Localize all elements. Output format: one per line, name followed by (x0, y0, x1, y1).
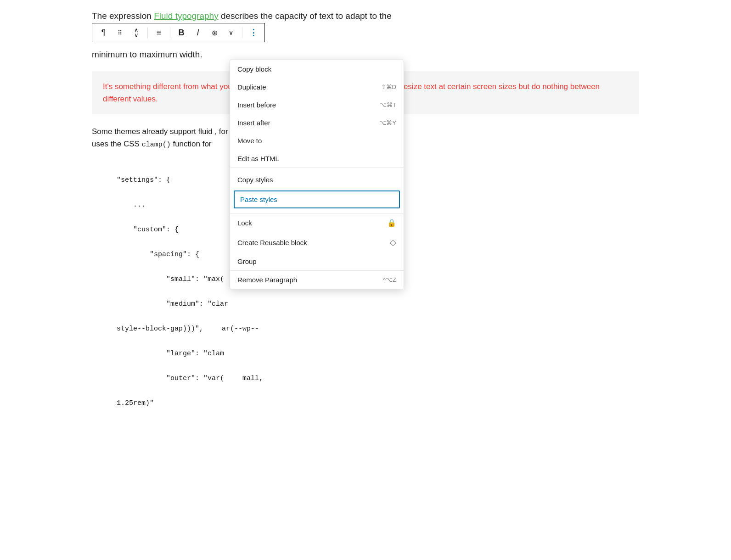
toolbar-separator-3 (242, 27, 242, 38)
remove-paragraph-item[interactable]: Remove Paragraph ^⌥Z (230, 271, 404, 289)
copy-styles-item[interactable]: Copy styles (230, 171, 404, 189)
edit-as-html-label: Edit as HTML (237, 155, 279, 162)
paragraph-button[interactable]: ¶ (96, 25, 111, 40)
code-right-1: ar(--wp-- (222, 325, 259, 333)
intro-text-after-link: describes the capacity of text to adapt … (219, 11, 392, 21)
move-to-item[interactable]: Move to (230, 132, 404, 150)
paste-styles-item[interactable]: Paste styles (234, 190, 400, 208)
align-button[interactable]: ≡ (152, 25, 166, 40)
code-line-6: "medium": "clar (117, 300, 228, 308)
menu-section-4: Remove Paragraph ^⌥Z (230, 271, 404, 289)
italic-button[interactable]: I (191, 25, 205, 40)
remove-paragraph-shortcut: ^⌥Z (383, 276, 396, 283)
drag-icon: ⠿ (118, 29, 122, 36)
insert-after-label: Insert after (237, 119, 270, 127)
insert-before-label: Insert before (237, 101, 276, 109)
code-line-10: 1.25rem)" (117, 399, 154, 407)
code-line-1: "settings": { (117, 176, 170, 184)
normal-paragraph-text: Some themes already support fluid (92, 127, 214, 136)
align-icon: ≡ (157, 28, 162, 38)
context-menu: Copy block Duplicate ⇧⌘D Insert before ⌥… (230, 60, 404, 289)
code-line-3: "custom": { (117, 226, 179, 234)
drag-handle-button[interactable]: ⠿ (112, 25, 127, 40)
intro-text-before-link: The expression (92, 11, 154, 21)
lock-label: Lock (237, 219, 252, 227)
move-arrows-button[interactable]: ∧∨ (129, 25, 144, 40)
code-line-9: "outer": "var( (117, 375, 224, 382)
insert-before-shortcut: ⌥⌘T (380, 101, 396, 108)
lock-item[interactable]: Lock 🔒 (230, 213, 404, 232)
link-button[interactable]: ⊕ (207, 25, 222, 40)
duplicate-shortcut: ⇧⌘D (381, 84, 396, 90)
remove-paragraph-label: Remove Paragraph (237, 276, 297, 284)
block-toolbar: ¶ ⠿ ∧∨ ≡ B I ⊕ ∨ ⋮ (92, 23, 265, 42)
more-icon: ⋮ (249, 28, 258, 38)
group-label: Group (237, 258, 257, 265)
code-right-2: mall, (242, 375, 263, 382)
code-line-4: "spacing": { (117, 251, 199, 258)
insert-after-shortcut: ⌥⌘Y (379, 119, 396, 126)
move-to-label: Move to (237, 137, 262, 145)
create-reusable-label: Create Reusable block (237, 239, 307, 246)
reusable-icon: ◇ (390, 237, 396, 247)
copy-block-label: Copy block (237, 65, 271, 73)
menu-section-1: Copy block Duplicate ⇧⌘D Insert before ⌥… (230, 60, 404, 168)
edit-as-html-item[interactable]: Edit as HTML (230, 150, 404, 168)
create-reusable-item[interactable]: Create Reusable block ◇ (230, 232, 404, 252)
normal-para-line2: uses the CSS clamp() function for (92, 140, 212, 148)
code-line-2: ... (117, 201, 146, 209)
arrows-icon: ∧∨ (134, 28, 139, 38)
code-line-7: style--block-gap)))", (117, 325, 203, 333)
toolbar-separator-2 (170, 27, 170, 38)
dropdown-button[interactable]: ∨ (224, 25, 238, 40)
bold-button[interactable]: B (174, 25, 189, 40)
copy-styles-label: Copy styles (237, 176, 273, 184)
code-inline: clamp() (142, 141, 171, 149)
duplicate-item[interactable]: Duplicate ⇧⌘D (230, 78, 404, 96)
paste-styles-label: Paste styles (240, 196, 277, 203)
menu-section-2: Copy styles Paste styles (230, 168, 404, 213)
code-line-8: "large": "clam (117, 350, 224, 358)
code-line-5: "small": "max( (117, 275, 224, 283)
page-wrapper: The expression Fluid typography describe… (0, 0, 731, 422)
duplicate-label: Duplicate (237, 83, 266, 91)
chevron-down-icon: ∨ (229, 29, 233, 36)
fluid-typography-link[interactable]: Fluid typography (154, 11, 218, 21)
intro-text-line1: The expression Fluid typography describe… (92, 9, 639, 23)
insert-after-item[interactable]: Insert after ⌥⌘Y (230, 114, 404, 132)
more-options-button[interactable]: ⋮ (246, 25, 261, 40)
toolbar-separator-1 (147, 27, 148, 38)
insert-before-item[interactable]: Insert before ⌥⌘T (230, 96, 404, 114)
group-item[interactable]: Group (230, 252, 404, 270)
copy-block-item[interactable]: Copy block (230, 60, 404, 78)
menu-section-3: Lock 🔒 Create Reusable block ◇ Group (230, 213, 404, 271)
lock-icon: 🔒 (387, 218, 396, 227)
link-icon: ⊕ (212, 28, 218, 37)
